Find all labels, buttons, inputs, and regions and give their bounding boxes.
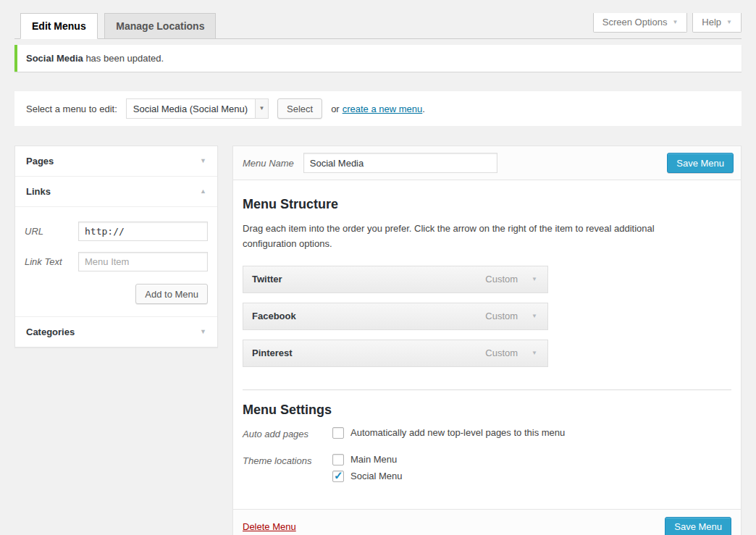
menu-name-input[interactable]: [303, 153, 497, 173]
menu-item-pinterest[interactable]: Pinterest Custom ▼: [243, 340, 548, 367]
menu-item-label: Pinterest: [252, 347, 293, 358]
chevron-down-icon: ▼: [259, 106, 265, 111]
menu-structure-description: Drag each item into the order you prefer…: [243, 222, 700, 252]
categories-section: Categories ▼: [15, 317, 217, 347]
social-menu-text: Social Menu: [350, 471, 403, 481]
auto-add-pages-label: Auto add pages: [243, 427, 332, 444]
links-section-body: URL Link Text Add to Menu: [15, 206, 217, 316]
menu-settings-heading: Menu Settings: [243, 403, 731, 418]
menu-item-label: Facebook: [252, 311, 296, 321]
menu-item-type: Custom: [485, 347, 518, 358]
chevron-down-icon: ▼: [200, 329, 206, 335]
main-menu-text: Main Menu: [350, 454, 397, 465]
link-text-label: Link Text: [25, 256, 78, 267]
create-new-menu-link[interactable]: create a new menu: [343, 104, 423, 114]
save-menu-button-top[interactable]: Save Menu: [667, 153, 734, 173]
menu-items-sidebar: Pages ▼ Links ▲ URL Link Text: [14, 146, 218, 347]
add-to-menu-row: Add to Menu: [25, 284, 208, 304]
menu-items-list: Twitter Custom ▼ Facebook Custom ▼ Pinte…: [243, 266, 548, 367]
menu-select-value: Social Media (Social Menu): [127, 99, 255, 118]
select-button[interactable]: Select: [277, 98, 322, 119]
theme-locations-row: Theme locations Main Menu Social Menu: [243, 454, 731, 487]
links-section: Links ▲ URL Link Text Add to Menu: [15, 177, 217, 317]
chevron-down-icon: ▼: [672, 20, 678, 25]
select-arrow: ▼: [255, 99, 268, 118]
screen-meta-links: Screen Options ▼ Help ▼: [593, 13, 742, 33]
delete-menu-link[interactable]: Delete Menu: [243, 521, 296, 532]
sentence-period: .: [422, 104, 425, 114]
auto-add-pages-option[interactable]: Automatically add new top-level pages to…: [332, 427, 565, 439]
pages-section: Pages ▼: [15, 146, 217, 177]
main-menu-checkbox[interactable]: [332, 454, 344, 466]
menu-editor-panel: Menu Name Save Menu Menu Structure Drag …: [232, 146, 742, 535]
help-button[interactable]: Help ▼: [692, 13, 742, 33]
auto-add-pages-control: Automatically add new top-level pages to…: [332, 427, 565, 444]
save-menu-button-bottom[interactable]: Save Menu: [665, 517, 731, 535]
or-text: or: [331, 104, 340, 114]
url-field-row: URL: [25, 222, 208, 241]
menu-item-type: Custom: [485, 274, 518, 285]
chevron-up-icon: ▲: [200, 188, 206, 195]
menu-item-label: Twitter: [252, 274, 282, 285]
chevron-down-icon[interactable]: ▼: [530, 274, 539, 285]
help-label: Help: [702, 17, 721, 28]
chevron-down-icon: ▼: [726, 20, 732, 25]
url-input[interactable]: [78, 222, 208, 241]
update-notice: Social Media has been updated.: [14, 45, 742, 72]
links-section-header[interactable]: Links ▲: [15, 177, 217, 206]
notice-message: has been updated.: [85, 53, 164, 64]
auto-add-pages-checkbox[interactable]: [332, 427, 344, 439]
url-label: URL: [25, 226, 78, 237]
categories-section-header[interactable]: Categories ▼: [15, 317, 217, 347]
menu-editor-footer: Delete Menu Save Menu: [233, 509, 741, 535]
menu-name-header: Menu Name Save Menu: [233, 146, 741, 180]
screen-options-label: Screen Options: [602, 17, 668, 28]
update-notice-text: Social Media has been updated.: [26, 53, 733, 64]
auto-add-pages-row: Auto add pages Automatically add new top…: [243, 427, 731, 444]
menu-item-type: Custom: [485, 311, 518, 321]
menu-select[interactable]: Social Media (Social Menu) ▼: [126, 98, 269, 119]
chevron-down-icon[interactable]: ▼: [530, 311, 539, 321]
menu-item-facebook[interactable]: Facebook Custom ▼: [243, 303, 548, 330]
select-menu-label: Select a menu to edit:: [26, 104, 117, 114]
notice-menu-name: Social Media: [26, 53, 83, 64]
auto-add-pages-text: Automatically add new top-level pages to…: [350, 427, 565, 438]
menu-editor-body: Menu Structure Drag each item into the o…: [233, 180, 741, 487]
chevron-down-icon: ▼: [200, 158, 206, 164]
tab-edit-menus[interactable]: Edit Menus: [20, 13, 98, 39]
screen-options-button[interactable]: Screen Options ▼: [593, 13, 688, 33]
tab-manage-locations[interactable]: Manage Locations: [104, 13, 216, 39]
chevron-down-icon[interactable]: ▼: [530, 348, 539, 358]
theme-location-main-menu[interactable]: Main Menu: [332, 454, 403, 466]
link-text-input[interactable]: [78, 252, 208, 271]
pages-section-title: Pages: [26, 156, 54, 167]
pages-section-header[interactable]: Pages ▼: [15, 146, 217, 176]
theme-location-social-menu[interactable]: Social Menu: [332, 471, 403, 482]
categories-section-title: Categories: [26, 327, 75, 337]
links-section-title: Links: [26, 186, 51, 197]
add-to-menu-button[interactable]: Add to Menu: [135, 284, 208, 304]
menu-item-twitter[interactable]: Twitter Custom ▼: [243, 266, 548, 293]
link-text-field-row: Link Text: [25, 252, 208, 271]
page: Screen Options ▼ Help ▼ Edit Menus Manag…: [0, 13, 756, 535]
menu-structure-heading: Menu Structure: [243, 197, 731, 212]
content-columns: Pages ▼ Links ▲ URL Link Text: [14, 146, 742, 535]
manage-menus-bar: Select a menu to edit: Social Media (Soc…: [14, 91, 742, 126]
social-menu-checkbox[interactable]: [332, 471, 344, 482]
theme-locations-label: Theme locations: [243, 454, 332, 487]
theme-locations-control: Main Menu Social Menu: [332, 454, 403, 487]
settings-divider: [243, 389, 731, 390]
menu-name-label: Menu Name: [243, 158, 294, 169]
